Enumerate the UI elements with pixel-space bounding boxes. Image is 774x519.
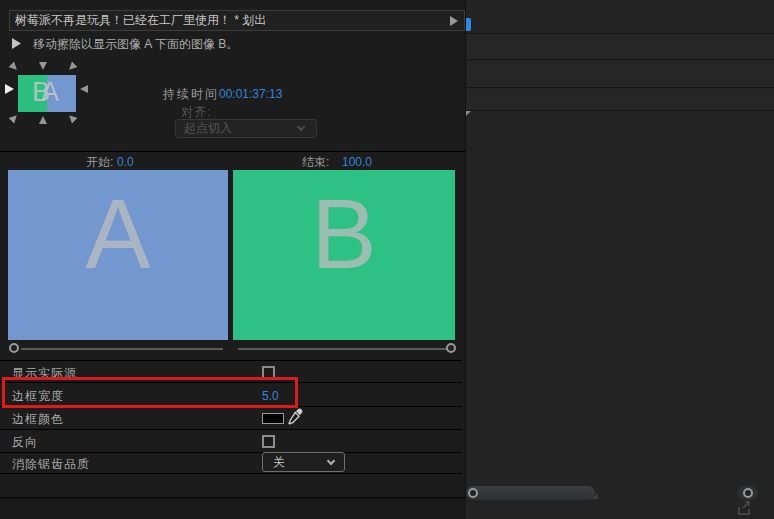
zoom-scrollbar-right-handle[interactable] xyxy=(743,488,753,498)
end-value[interactable]: 100.0 xyxy=(342,155,372,169)
section-divider xyxy=(0,151,466,152)
expander-triangle-icon[interactable] xyxy=(12,38,21,49)
show-actual-sources-label: 显示实际源 xyxy=(12,365,77,382)
chevron-down-icon xyxy=(297,123,305,131)
status-strip: 00:00:00:00 xyxy=(0,498,466,519)
property-row-anti-alias: 消除锯齿品质 关 xyxy=(0,452,462,474)
effect-controls-panel: A fx B 树莓派不再是玩具！已经在工厂里使用！ * 划出 移动擦除以显示图像… xyxy=(0,0,774,519)
thumbnail-letter-a: A xyxy=(41,77,59,108)
alignment-dropdown[interactable]: 起点切入 xyxy=(175,119,317,138)
anti-alias-label: 消除锯齿品质 xyxy=(12,456,90,473)
wipe-direction-w-icon-selected[interactable] xyxy=(5,84,14,94)
reverse-label: 反向 xyxy=(12,434,38,451)
start-label: 开始: xyxy=(86,154,113,171)
clip-title-bar[interactable]: 树莓派不再是玩具！已经在工厂里使用！ * 划出 xyxy=(9,10,465,31)
alignment-selected-value: 起点切入 xyxy=(184,121,232,135)
wipe-direction-se-icon[interactable] xyxy=(66,112,77,123)
wipe-direction-e-icon[interactable] xyxy=(80,85,88,93)
export-frame-icon[interactable] xyxy=(737,501,753,516)
property-row-reverse: 反向 xyxy=(0,430,462,453)
anti-alias-dropdown[interactable]: 关 xyxy=(262,452,345,472)
transition-settings-panel: 树莓派不再是玩具！已经在工厂里使用！ * 划出 移动擦除以显示图像 A 下面的图… xyxy=(0,0,466,498)
timeline-track-fx[interactable] xyxy=(467,61,774,88)
preview-image-a: A xyxy=(8,170,228,340)
end-slider-handle[interactable] xyxy=(446,343,456,353)
timeline-corner-tick xyxy=(466,111,471,116)
start-slider-handle[interactable] xyxy=(9,343,19,353)
wipe-direction-sw-icon[interactable] xyxy=(8,112,19,123)
chevron-down-icon xyxy=(327,457,335,465)
end-slider-track[interactable] xyxy=(238,348,448,350)
border-width-label: 边框宽度 xyxy=(12,388,64,405)
wipe-direction-s-icon[interactable] xyxy=(39,116,47,124)
end-label: 结束: xyxy=(302,154,329,171)
wipe-direction-nw-icon[interactable] xyxy=(8,61,19,72)
start-slider-track[interactable] xyxy=(21,348,223,350)
transition-description-row: 移动擦除以显示图像 A 下面的图像 B。 xyxy=(0,31,466,56)
duration-value[interactable]: 00:01:37:13 xyxy=(219,87,282,101)
timeline-zoom-scrollbar[interactable] xyxy=(466,486,595,500)
effects-timeline-area xyxy=(466,0,774,519)
preview-b-letter: B xyxy=(233,178,455,291)
border-color-label: 边框颜色 xyxy=(12,411,64,428)
preview-image-b: B xyxy=(233,170,455,340)
zoom-scrollbar-left-handle[interactable] xyxy=(468,488,478,498)
show-actual-sources-checkbox[interactable] xyxy=(262,366,275,379)
border-width-value[interactable]: 5.0 xyxy=(262,389,279,403)
reverse-checkbox[interactable] xyxy=(262,435,275,448)
transition-description: 移动擦除以显示图像 A 下面的图像 B。 xyxy=(33,36,238,53)
property-row-border-width: 边框宽度 5.0 xyxy=(0,384,462,407)
property-row-border-color: 边框颜色 xyxy=(0,407,462,430)
clip-title: 树莓派不再是玩具！已经在工厂里使用！ * 划出 xyxy=(15,13,266,27)
wipe-direction-ne-icon[interactable] xyxy=(66,61,77,72)
play-transition-icon[interactable] xyxy=(450,16,458,26)
timeline-track-b[interactable] xyxy=(467,89,774,111)
preview-a-letter: A xyxy=(8,178,228,291)
border-color-swatch[interactable] xyxy=(262,413,284,424)
wipe-direction-thumbnail[interactable]: B A xyxy=(18,75,76,112)
property-row-show-actual-sources: 显示实际源 xyxy=(0,360,462,383)
wipe-direction-n-icon[interactable] xyxy=(39,62,47,70)
eyedropper-icon[interactable] xyxy=(288,408,304,426)
duration-label: 持续时间 xyxy=(163,86,219,103)
start-value[interactable]: 0.0 xyxy=(117,155,134,169)
timeline-track-a[interactable] xyxy=(467,33,774,60)
anti-alias-selected-value: 关 xyxy=(273,455,285,469)
